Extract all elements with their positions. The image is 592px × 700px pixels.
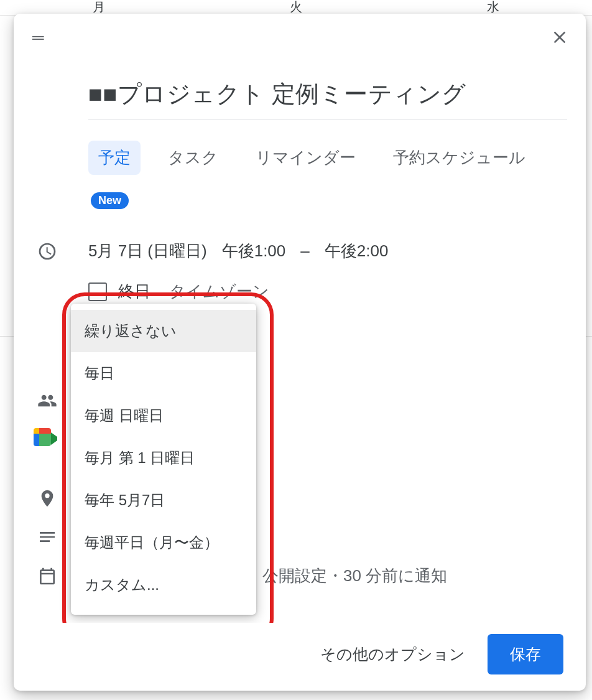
repeat-option-monthly[interactable]: 毎月 第 1 日曜日 [71,437,256,479]
dialog-body: 予定 タスク リマインダー 予約スケジュール New 5月 7日 (日曜日) 午… [14,57,586,623]
repeat-option-daily[interactable]: 毎日 [71,352,256,394]
timezone-button[interactable]: タイムゾーン [169,281,269,302]
repeat-option-weekdays[interactable]: 毎週平日（月〜金） [71,521,256,564]
event-start-time[interactable]: 午後1:00 [222,240,286,262]
all-day-label[interactable]: 終日 [118,281,150,302]
dialog-footer: その他のオプション 保存 [14,623,586,691]
event-quick-create-dialog: ═ 予定 タスク リマインダー 予約スケジュール New 5月 7日 (日曜日)… [14,14,586,691]
close-button[interactable] [546,24,573,51]
tab-reminder[interactable]: リマインダー [246,141,366,175]
tab-appointment-label: 予約スケジュール [393,148,525,167]
event-date[interactable]: 5月 7日 (日曜日) [88,240,207,262]
save-button[interactable]: 保存 [488,634,563,674]
event-end-time[interactable]: 午後2:00 [325,240,389,262]
new-badge: New [91,192,129,209]
day-header-mon: 月 [93,0,105,14]
day-header-wed: 水 [487,0,499,14]
time-separator: – [300,241,309,261]
repeat-dropdown[interactable]: 繰り返さない 毎日 毎週 日曜日 毎月 第 1 日曜日 毎年 5月7日 毎週平日… [71,304,256,615]
repeat-option-yearly[interactable]: 毎年 5月7日 [71,479,256,521]
all-day-checkbox[interactable] [88,282,107,301]
clock-icon [26,240,88,261]
tab-task[interactable]: タスク [158,141,228,175]
more-options-button[interactable]: その他のオプション [320,644,465,665]
event-type-tabs: 予定 タスク リマインダー 予約スケジュール New [88,141,573,209]
repeat-option-none[interactable]: 繰り返さない [71,310,256,352]
close-icon [550,27,570,47]
calendar-day-headers: 月 火 水 [0,0,592,14]
repeat-option-custom[interactable]: カスタム... [71,564,256,606]
tab-event[interactable]: 予定 [88,141,141,175]
repeat-option-weekly[interactable]: 毎週 日曜日 [71,394,256,437]
time-content: 5月 7日 (日曜日) 午後1:00 – 午後2:00 終日 タイムゾーン [88,240,573,302]
time-row: 5月 7日 (日曜日) 午後1:00 – 午後2:00 終日 タイムゾーン [26,240,573,302]
tab-appointment-schedule[interactable]: 予約スケジュール [383,141,528,175]
dialog-header: ═ [14,14,586,57]
drag-handle-icon[interactable]: ═ [32,28,42,47]
day-header-tue: 火 [290,0,302,14]
event-title-input[interactable] [88,76,567,119]
